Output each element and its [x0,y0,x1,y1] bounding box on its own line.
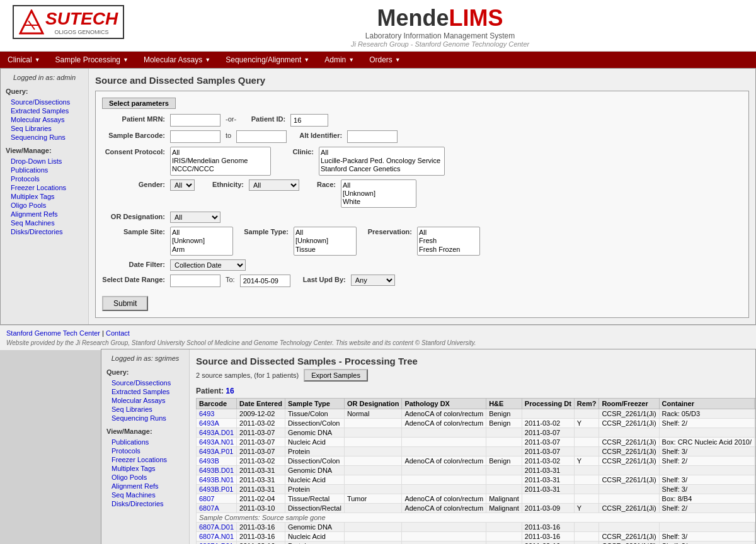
sidebar-item-dropdown-lists[interactable]: Drop-Down Lists [6,157,83,166]
results-main: Source and Dissected Samples - Processin… [190,349,755,544]
sidebar-item-multiplex-tags[interactable]: Multiplex Tags [6,192,83,201]
results-sidebar-multiplex[interactable]: Multiplex Tags [106,464,184,473]
nav-sequencing[interactable]: Sequencing/Alignment ▼ [218,52,317,68]
barcode-link[interactable]: 6493A.P01 [199,448,233,455]
results-sidebar-sequencing-runs[interactable]: Sequencing Runs [106,414,184,422]
patient-link[interactable]: 16 [226,387,234,395]
barcode-cell[interactable]: 6493B.D01 [197,465,237,475]
sidebar-item-alignment-refs[interactable]: Alignment Refs [6,210,83,218]
last-upd-select[interactable]: Any [351,275,395,286]
patient-id-input[interactable] [290,114,328,127]
he-cell [486,541,522,544]
results-sidebar-oligo[interactable]: Oligo Pools [106,473,184,482]
upd-cell [755,428,755,437]
barcode-cell[interactable]: 6493B [197,456,237,465]
preservation-listbox[interactable]: All Fresh Fresh Frozen [417,227,480,256]
sidebar-item-publications[interactable]: Publications [6,166,83,174]
date-to-input[interactable] [240,275,290,287]
path-dx-cell [402,531,486,541]
barcode-cell[interactable]: 6493A.D01 [197,428,237,437]
nav-molecular-assays[interactable]: Molecular Assays ▼ [136,52,218,68]
results-sidebar-molecular-assays[interactable]: Molecular Assays [106,396,184,405]
export-samples-button[interactable]: Export Samples [304,369,368,382]
logo-icon [19,9,44,35]
barcode-link[interactable]: 6493A.N01 [199,438,234,446]
sidebar-item-source-dissections[interactable]: Source/Dissections [6,98,83,106]
race-listbox[interactable]: All [Unknown] White [341,179,416,208]
container-cell [659,465,754,475]
barcode-link[interactable]: 6493B.D01 [199,467,234,474]
barcode-link[interactable]: 6493A [199,419,219,427]
barcode-cell[interactable]: 6493B.N01 [197,475,237,484]
sidebar-item-extracted-samples[interactable]: Extracted Samples [6,106,83,115]
proc-dt-cell: 2011-03-07 [522,428,574,437]
barcode-link[interactable]: 6807A.N01 [199,533,234,540]
consent-listbox[interactable]: All IRIS/Mendelian Genome NCCC/NCCC [170,147,271,176]
nav-sample-processing[interactable]: Sample Processing ▼ [48,52,136,68]
sample-barcode-input[interactable] [170,130,220,143]
sidebar-item-sequencing-runs[interactable]: Sequencing Runs [6,133,83,142]
upd-cell [755,541,755,544]
barcode-link[interactable]: 6493B [199,457,219,465]
sidebar-item-oligo-pools[interactable]: Oligo Pools [6,201,83,210]
nav-clinical[interactable]: Clinical ▼ [0,52,48,68]
clinic-listbox[interactable]: All Lucille-Packard Ped. Oncology Servic… [319,147,445,176]
date-from-input[interactable] [170,275,220,287]
sidebar-item-seq-machines[interactable]: Seq Machines [6,218,83,227]
barcode-cell[interactable]: 6807A [197,503,237,513]
nav-orders[interactable]: Orders ▼ [362,52,408,68]
results-sidebar-disks[interactable]: Disks/Directories [106,499,184,508]
results-sidebar-publications[interactable]: Publications [106,438,184,446]
results-sidebar-freezer[interactable]: Freezer Locations [106,455,184,464]
results-sidebar-alignment[interactable]: Alignment Refs [106,482,184,490]
results-sidebar-source-dissections[interactable]: Source/Dissections [106,378,184,387]
barcode-link[interactable]: 6807 [199,495,214,502]
sample-barcode-to-input[interactable] [236,130,287,143]
or-desig-select[interactable]: All [170,212,220,223]
room-cell: CCSR_2261/1(Ji) [599,475,659,484]
barcode-link[interactable]: 6807A [199,504,219,512]
footer-link-genome-center[interactable]: Stanford Genome Tech Center [6,329,100,337]
table-row: 6493A.D012011-03-07Genomic DNA2011-03-07 [197,428,756,437]
sidebar-item-freezer-locations[interactable]: Freezer Locations [6,183,83,192]
sidebar-item-molecular-assays[interactable]: Molecular Assays [6,115,83,124]
barcode-cell[interactable]: 6493A.N01 [197,437,237,446]
gender-select[interactable]: All [170,179,195,191]
barcode-link[interactable]: 6493B.P01 [199,485,233,493]
barcode-cell[interactable]: 6807A.N01 [197,531,237,541]
barcode-cell[interactable]: 6493B.P01 [197,484,237,494]
ethnicity-select[interactable]: All [249,179,299,191]
sample-site-listbox[interactable]: All [Unknown] Arm [170,227,233,256]
svg-marker-0 [20,11,43,33]
barcode-cell[interactable]: 6493 [197,409,237,418]
barcode-cell[interactable]: 6807A.D01 [197,522,237,531]
barcode-link[interactable]: 6493A.D01 [199,429,234,436]
path-dx-cell: AdenoCA of colon/rectum [402,409,486,418]
barcode-link[interactable]: 6493 [199,410,214,417]
or-desig-cell: Tumor [344,494,402,503]
date-filter-select[interactable]: Collection Date [170,259,246,271]
barcode-link[interactable]: 6493B.N01 [199,476,234,484]
results-sidebar-extracted-samples[interactable]: Extracted Samples [106,387,184,396]
date-cell: 2011-03-31 [237,465,285,475]
footer-link-contact[interactable]: Contact [106,329,130,337]
sample-type-listbox[interactable]: All [Unknown] Tissue [294,227,357,256]
alt-id-input[interactable] [347,130,398,143]
proc-dt-cell [522,494,574,503]
barcode-link[interactable]: 6807A.D01 [199,523,234,531]
results-sidebar-seq-libraries[interactable]: Seq Libraries [106,405,184,414]
sidebar-item-protocols[interactable]: Protocols [6,174,83,183]
submit-button[interactable]: Submit [102,296,148,311]
nav-admin[interactable]: Admin ▼ [317,52,362,68]
results-sidebar-seq-machines[interactable]: Seq Machines [106,490,184,499]
path-dx-cell [402,475,486,484]
results-sidebar-protocols[interactable]: Protocols [106,446,184,455]
container-cell [659,522,754,531]
barcode-cell[interactable]: 6807 [197,494,237,503]
barcode-cell[interactable]: 6493A [197,418,237,428]
barcode-cell[interactable]: 6493A.P01 [197,446,237,456]
sidebar-item-disks-directories[interactable]: Disks/Directories [6,227,83,236]
sidebar-item-seq-libraries[interactable]: Seq Libraries [6,124,83,133]
patient-mrn-input[interactable] [170,114,220,127]
barcode-cell[interactable]: 6807A.P01 [197,541,237,544]
